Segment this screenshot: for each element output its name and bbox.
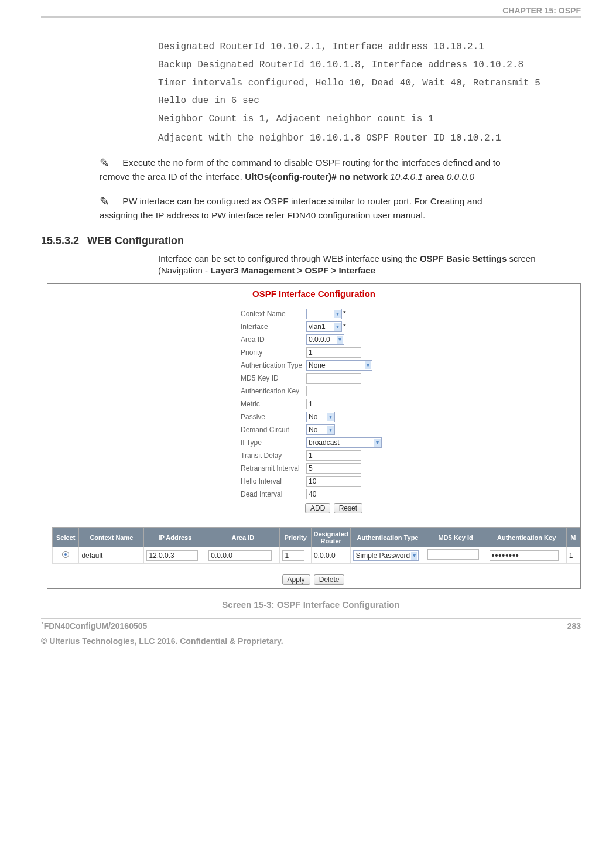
label-transit: Transit Delay: [241, 451, 306, 460]
th-md5: MD5 Key Id: [425, 528, 487, 547]
label-authtype: Authentication Type: [241, 361, 306, 369]
input-md5[interactable]: [306, 373, 361, 384]
note-1-cmd-prompt: UltOs(config-router)# no network: [245, 172, 388, 182]
terminal-output-1: Designated RouterId 10.10.2.1, Interface…: [158, 41, 581, 53]
cell-authkey[interactable]: ••••••••: [490, 550, 559, 561]
note-1: ✎ Execute the no form of the command to …: [100, 155, 522, 183]
select-area[interactable]: 0.0.0.0: [306, 334, 344, 345]
chapter-header: CHAPTER 15: OSPF: [41, 6, 581, 18]
label-area: Area ID: [241, 336, 306, 344]
note-2: ✎ PW interface can be configured as OSPF…: [100, 194, 522, 222]
label-authkey: Authentication Key: [241, 387, 306, 395]
table-header-row: Select Context Name IP Address Area ID P…: [53, 528, 580, 547]
footer-doc-id: `FDN40ConfigUM/20160505: [41, 621, 147, 631]
label-retransmit: Retransmit Interval: [241, 464, 306, 473]
th-authkey: Authentication Key: [487, 528, 566, 547]
input-retransmit[interactable]: 5: [306, 463, 361, 474]
note-1-cmd-kw: area: [425, 172, 444, 182]
terminal-output-6: Adjacent with the neighbor 10.10.1.8 OSP…: [158, 132, 581, 145]
th-context: Context Name: [79, 528, 144, 547]
cell-ip[interactable]: 12.0.0.3: [146, 550, 198, 561]
screenshot-title: OSPF Interface Configuration: [47, 284, 580, 299]
select-authtype[interactable]: None: [306, 360, 372, 371]
apply-button[interactable]: Apply: [282, 574, 310, 585]
select-demand[interactable]: No: [306, 424, 335, 435]
label-context: Context Name: [241, 310, 306, 318]
select-passive[interactable]: No: [306, 412, 335, 422]
section-heading: 15.5.3.2WEB Configuration: [41, 235, 581, 247]
th-m: M: [566, 528, 580, 547]
delete-button[interactable]: Delete: [314, 574, 345, 585]
screenshot-ospf-interface: OSPF Interface Configuration Context Nam…: [47, 283, 581, 589]
terminal-output-5: Neighbor Count is 1, Adjacent neighbor c…: [158, 113, 581, 125]
th-dr: Designated Router: [311, 528, 351, 547]
label-iftype: If Type: [241, 439, 306, 447]
th-authtype: Authentication Type: [351, 528, 425, 547]
label-priority: Priority: [241, 348, 306, 357]
input-authkey[interactable]: [306, 386, 361, 396]
input-metric[interactable]: 1: [306, 399, 361, 409]
section-number: 15.5.3.2: [41, 235, 79, 247]
input-dead[interactable]: 40: [306, 489, 361, 499]
label-metric: Metric: [241, 400, 306, 408]
reset-button[interactable]: Reset: [334, 503, 362, 513]
section-title: WEB Configuration: [87, 235, 184, 247]
label-hello: Hello Interval: [241, 477, 306, 485]
input-hello[interactable]: 10: [306, 476, 361, 487]
pencil-icon: ✎: [100, 155, 109, 171]
label-demand: Demand Circuit: [241, 426, 306, 434]
ospf-form: Context Name* Interfacevlan1* Area ID0.0…: [241, 307, 382, 512]
terminal-output-4: Hello due in 6 sec: [158, 95, 581, 107]
table-row: default 12.0.0.3 0.0.0.0 1 0.0.0.0 Simpl…: [53, 547, 580, 564]
cell-area[interactable]: 0.0.0.0: [208, 550, 272, 561]
note-1-cmd-arg1: 10.4.0.1: [388, 172, 426, 182]
label-md5: MD5 Key ID: [241, 374, 306, 382]
cell-m: 1: [566, 547, 580, 564]
th-ip: IP Address: [144, 528, 206, 547]
th-area: Area ID: [206, 528, 280, 547]
select-context[interactable]: [306, 309, 342, 319]
input-priority[interactable]: 1: [306, 347, 361, 358]
label-dead: Dead Interval: [241, 490, 306, 498]
cell-authtype[interactable]: Simple Password: [353, 550, 419, 561]
pencil-icon: ✎: [100, 194, 109, 210]
terminal-output-2: Backup Designated RouterId 10.10.1.8, In…: [158, 59, 581, 71]
ospf-interface-table: Select Context Name IP Address Area ID P…: [52, 527, 580, 564]
add-button[interactable]: ADD: [305, 503, 330, 513]
screenshot-caption: Screen 15-3: OSPF Interface Configuratio…: [41, 600, 581, 610]
footer-copyright: © Ulterius Technologies, LLC 2016. Confi…: [41, 636, 581, 646]
page-footer: `FDN40ConfigUM/20160505 283: [41, 618, 581, 631]
cell-dr: 0.0.0.0: [311, 547, 351, 564]
row-select-radio[interactable]: [62, 551, 69, 558]
label-interface: Interface: [241, 323, 306, 331]
input-transit[interactable]: 1: [306, 450, 361, 461]
terminal-output-3: Timer intervals configured, Hello 10, De…: [158, 77, 581, 90]
cell-context: default: [79, 547, 144, 564]
select-iftype[interactable]: broadcast: [306, 437, 382, 448]
th-priority: Priority: [280, 528, 311, 547]
th-select: Select: [53, 528, 79, 547]
footer-page-number: 283: [567, 621, 581, 631]
section-body: Interface can be set to configured throu…: [158, 253, 540, 277]
note-2-text: PW interface can be configured as OSPF i…: [100, 196, 482, 220]
label-passive: Passive: [241, 413, 306, 421]
note-1-cmd-arg2: 0.0.0.0: [444, 172, 474, 182]
cell-md5[interactable]: [427, 549, 479, 560]
cell-priority[interactable]: 1: [282, 550, 304, 561]
select-interface[interactable]: vlan1: [306, 321, 342, 332]
